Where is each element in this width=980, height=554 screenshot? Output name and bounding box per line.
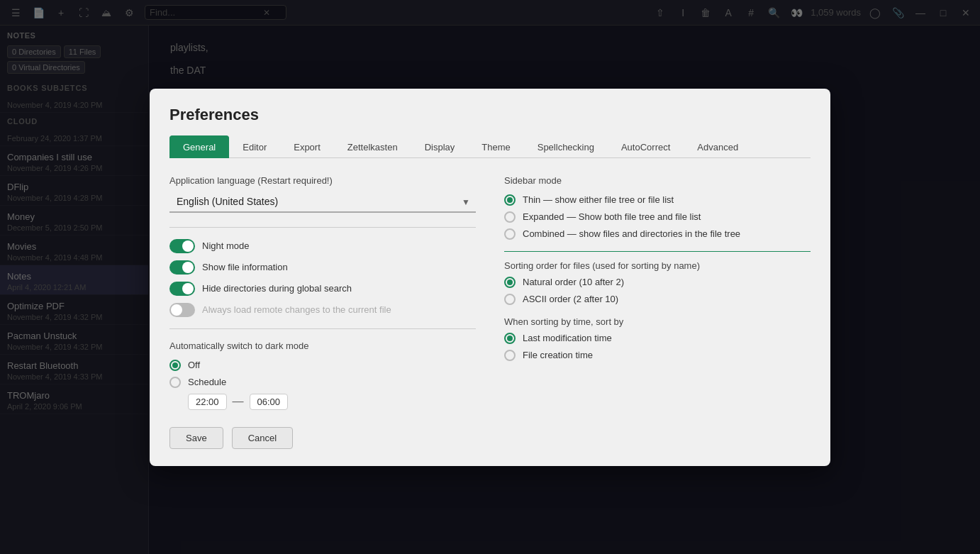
- tab-display[interactable]: Display: [411, 135, 469, 158]
- tab-editor[interactable]: Editor: [229, 135, 280, 158]
- sorting-natural-radio[interactable]: [504, 277, 516, 288]
- dark-mode-off-dot: [172, 362, 178, 368]
- night-mode-toggle[interactable]: [169, 239, 195, 253]
- time-sort-group: Last modification time File creation tim…: [504, 333, 811, 361]
- sorting-natural-row: Natural order (10 after 2): [504, 277, 811, 288]
- sidebar-expanded-row: Expanded — Show both file tree and file …: [504, 211, 811, 223]
- pref-header: Preferences General Editor Export Zettel…: [150, 89, 830, 158]
- show-file-info-knob: [182, 262, 194, 273]
- tab-theme[interactable]: Theme: [468, 135, 523, 158]
- show-file-info-label: Show file information: [202, 262, 288, 272]
- tab-general[interactable]: General: [169, 135, 229, 158]
- sorting-ascii-label: ASCII order (2 after 10): [523, 294, 618, 304]
- sorting-ascii-radio[interactable]: [504, 294, 516, 305]
- night-mode-knob: [182, 240, 194, 252]
- tab-autocorrect[interactable]: AutoCorrect: [608, 135, 684, 158]
- sidebar-thin-label: Thin — show either file tree or file lis…: [523, 194, 674, 205]
- time-sort-modification-radio[interactable]: [504, 333, 516, 344]
- language-label: Application language (Restart required!): [169, 175, 476, 186]
- cancel-button[interactable]: Cancel: [232, 427, 293, 449]
- dark-mode-schedule-label: Schedule: [188, 377, 226, 387]
- right-divider-1: [504, 251, 811, 252]
- sidebar-combined-row: Combined — show files and directories in…: [504, 228, 811, 240]
- sidebar-combined-label: Combined — show files and directories in…: [523, 228, 740, 239]
- sorting-ascii-row: ASCII order (2 after 10): [504, 294, 811, 305]
- hide-dirs-label: Hide directories during global search: [202, 283, 352, 294]
- show-file-info-row: Show file information: [169, 260, 476, 275]
- time-sort-creation-radio[interactable]: [504, 350, 516, 361]
- night-mode-row: Night mode: [169, 239, 476, 253]
- pref-tabs: General Editor Export Zettelkasten Displ…: [169, 135, 811, 158]
- tab-advanced[interactable]: Advanced: [684, 135, 752, 158]
- schedule-dash: —: [233, 395, 244, 408]
- pref-body: Application language (Restart required!)…: [150, 158, 830, 427]
- hide-dirs-toggle[interactable]: [169, 282, 195, 296]
- time-sort-title: When sorting by time, sort by: [504, 316, 811, 327]
- sidebar-expanded-label: Expanded — Show both file tree and file …: [523, 211, 701, 222]
- language-divider: [169, 227, 476, 228]
- dark-mode-title: Automatically switch to dark mode: [169, 340, 476, 351]
- pref-left: Application language (Restart required!)…: [169, 175, 476, 410]
- sorting-title: Sorting order for files (used for sortin…: [504, 260, 811, 271]
- dark-mode-off-label: Off: [188, 360, 200, 370]
- tab-zettelkasten[interactable]: Zettelkasten: [334, 135, 411, 158]
- time-sort-modification-row: Last modification time: [504, 333, 811, 344]
- pref-footer: Save Cancel: [150, 427, 830, 466]
- remote-changes-knob: [171, 304, 182, 316]
- sidebar-combined-radio[interactable]: [504, 228, 516, 240]
- sorting-natural-label: Natural order (10 after 2): [523, 277, 624, 287]
- remote-changes-label: Always load remote changes to the curren…: [202, 304, 391, 315]
- dark-mode-schedule-row: Schedule: [169, 377, 476, 388]
- time-sort-modification-dot: [507, 336, 513, 341]
- dark-mode-schedule-radio[interactable]: [169, 377, 181, 388]
- sidebar-thin-row: Thin — show either file tree or file lis…: [504, 194, 811, 206]
- schedule-start[interactable]: 22:00: [188, 394, 227, 410]
- sidebar-expanded-radio[interactable]: [504, 211, 516, 223]
- remote-changes-row: Always load remote changes to the curren…: [169, 303, 476, 317]
- hide-dirs-knob: [182, 283, 194, 294]
- schedule-end[interactable]: 06:00: [250, 394, 289, 410]
- time-sort-modification-label: Last modification time: [523, 333, 612, 343]
- tab-export[interactable]: Export: [280, 135, 334, 158]
- time-sort-creation-row: File creation time: [504, 350, 811, 361]
- sorting-group: Natural order (10 after 2) ASCII order (…: [504, 277, 811, 305]
- dark-mode-off-row: Off: [169, 360, 476, 371]
- language-select-wrapper: English (United States) ▼: [169, 192, 476, 213]
- sidebar-thin-dot: [507, 197, 513, 203]
- tab-spellchecking[interactable]: Spellchecking: [524, 135, 608, 158]
- dark-mode-off-radio[interactable]: [169, 360, 181, 371]
- night-mode-label: Night mode: [202, 240, 249, 251]
- modal-overlay: Preferences General Editor Export Zettel…: [0, 0, 980, 554]
- sidebar-mode-group: Thin — show either file tree or file lis…: [504, 194, 811, 240]
- time-sort-creation-label: File creation time: [523, 350, 593, 360]
- sidebar-thin-radio[interactable]: [504, 194, 516, 206]
- show-file-info-toggle[interactable]: [169, 260, 195, 275]
- pref-right: Sidebar mode Thin — show either file tre…: [504, 175, 811, 410]
- save-button[interactable]: Save: [169, 427, 223, 449]
- pref-divider-1: [169, 328, 476, 329]
- sidebar-mode-title: Sidebar mode: [504, 175, 811, 186]
- language-select[interactable]: English (United States): [169, 192, 476, 213]
- pref-title: Preferences: [169, 106, 811, 124]
- preferences-dialog: Preferences General Editor Export Zettel…: [150, 89, 830, 466]
- sorting-natural-dot: [507, 279, 513, 285]
- hide-dirs-row: Hide directories during global search: [169, 282, 476, 296]
- schedule-row: 22:00 — 06:00: [188, 394, 476, 410]
- remote-changes-toggle[interactable]: [169, 303, 195, 317]
